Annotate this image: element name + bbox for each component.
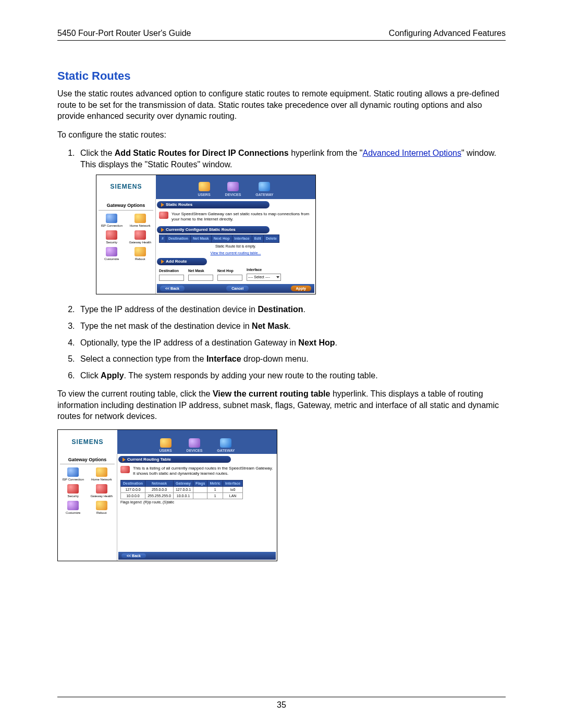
label-interface: Interface [247, 267, 281, 272]
routing-table-desc: This is a listing of all currently mappe… [133, 466, 274, 476]
sidebar: Gateway Options ISP Connection Home Netw… [96, 199, 156, 294]
col-mask: Net Mask [191, 235, 212, 242]
sidebar-item-home[interactable]: Home Network [89, 467, 115, 481]
arrow-icon [161, 203, 164, 207]
configured-routes-table: # Destination Net Mask Next Hop Interfac… [159, 235, 279, 242]
back-button[interactable]: << Back [121, 553, 146, 558]
nav-devices[interactable]: DEVICES [187, 438, 203, 452]
apply-button[interactable]: Apply [291, 286, 311, 291]
col-iface: Interface [223, 480, 243, 487]
col-edit: Edit [252, 235, 263, 242]
customize-icon [67, 501, 79, 510]
step-3: Type the net mask of the destination dev… [77, 320, 506, 332]
users-icon [160, 438, 172, 448]
sidebar-item-security[interactable]: Security [60, 484, 87, 498]
customize-icon [106, 247, 117, 256]
isp-icon [67, 467, 79, 477]
reboot-icon [134, 247, 146, 256]
sidebar-item-home[interactable]: Home Network [127, 214, 154, 227]
sidebar-item-isp[interactable]: ISP Connection [60, 467, 87, 481]
sidebar-title: Gateway Options [99, 202, 153, 211]
col-gateway: Gateway [173, 480, 193, 487]
routing-table-header: Current Routing Table [118, 456, 231, 463]
step-1: Click the Add Static Routes for Direct I… [77, 147, 506, 294]
desc-icon [159, 212, 168, 219]
netmask-input[interactable] [188, 275, 213, 281]
users-icon [199, 182, 210, 191]
step-2: Type the IP address of the destination d… [77, 304, 506, 315]
nav-gateway[interactable]: GATEWAY [217, 438, 235, 452]
table-row: 10.0.0.0 255.255.255.0 10.0.0.1 1 LAN [121, 493, 243, 499]
cancel-button[interactable]: Cancel [226, 286, 249, 291]
sidebar: Gateway Options ISP Connection Home Netw… [58, 454, 117, 561]
chevron-down-icon [276, 276, 279, 278]
sidebar-item-isp[interactable]: ISP Connection [99, 214, 125, 227]
col-mask: Netmask [145, 480, 174, 487]
sidebar-item-customize[interactable]: Customize [99, 247, 125, 261]
security-icon [67, 484, 79, 493]
col-num: # [160, 235, 166, 242]
gateway-icon [259, 182, 270, 191]
view-routing-para: To view the current routing table, click… [57, 388, 506, 422]
nav-users[interactable]: USERS [159, 438, 172, 452]
home-icon [96, 467, 107, 477]
section-title: Static Routes [57, 69, 506, 83]
isp-icon [106, 214, 117, 223]
nav-devices[interactable]: DEVICES [225, 182, 241, 197]
col-hop: Next Hop [211, 235, 232, 242]
label-nexthop: Next Hop [217, 268, 242, 273]
table-row: 127.0.0.0 255.0.0.0 127.0.0.1 1 lo0 [121, 487, 243, 493]
header-divider [57, 40, 506, 41]
sidebar-item-health[interactable]: Gateway Health [89, 484, 115, 498]
security-icon [106, 230, 117, 240]
step-6: Click Apply. The system responds by addi… [77, 370, 506, 381]
sidebar-item-reboot[interactable]: Reboot [127, 247, 154, 261]
arrow-icon [161, 228, 164, 232]
back-button[interactable]: << Back [160, 286, 185, 291]
interface-select[interactable]: ---- Select ---- [247, 274, 281, 281]
static-routes-desc: Your SpeedStream Gateway can set static … [172, 212, 312, 221]
devices-icon [189, 438, 200, 448]
routing-table-screenshot: SIEMENS USERS DEVICES GATEWAY Gateway Op… [57, 429, 277, 561]
page-footer: 35 [57, 697, 506, 710]
col-dest: Destination [166, 235, 190, 242]
header-left: 5450 Four-Port Router User's Guide [57, 29, 191, 38]
col-dest: Destination [121, 480, 145, 487]
desc-icon [120, 466, 130, 473]
sidebar-item-customize[interactable]: Customize [60, 501, 87, 514]
page-number: 35 [277, 700, 286, 709]
home-icon [134, 214, 146, 223]
health-icon [96, 484, 107, 493]
arrow-icon [161, 260, 164, 264]
configured-routes-header: Currently Configured Static Routes [157, 226, 270, 234]
step-5: Select a connection type from the Interf… [77, 353, 506, 365]
sidebar-title: Gateway Options [60, 457, 115, 464]
label-netmask: Net Mask [188, 268, 213, 273]
health-icon [134, 230, 146, 240]
col-iface: Interface [232, 235, 252, 242]
sidebar-item-reboot[interactable]: Reboot [89, 501, 115, 514]
brand-logo: SIEMENS [58, 430, 117, 454]
header-right: Configuring Advanced Features [389, 29, 506, 38]
label-destination: Destination [159, 268, 184, 273]
advanced-internet-options-link[interactable]: Advanced Internet Options [363, 149, 461, 157]
flags-legend: Flags legend: (R)ip route, (S)tatic [118, 499, 276, 505]
destination-input[interactable] [159, 275, 184, 281]
arrow-icon [123, 458, 126, 462]
col-flags: Flags [193, 480, 207, 487]
steps-list: Click the Add Static Routes for Direct I… [57, 147, 506, 381]
gateway-icon [220, 438, 231, 448]
nexthop-input[interactable] [217, 275, 242, 281]
empty-note: Static Route list is empty. [157, 243, 314, 251]
add-route-header: Add Route [157, 258, 207, 266]
page-header: 5450 Four-Port Router User's Guide Confi… [57, 29, 506, 38]
view-routing-table-link[interactable]: View the current routing table... [157, 251, 314, 255]
sidebar-item-health[interactable]: Gateway Health [127, 230, 154, 244]
nav-gateway[interactable]: GATEWAY [255, 182, 273, 197]
sidebar-item-security[interactable]: Security [99, 230, 125, 244]
step-4: Optionally, type the IP address of a des… [77, 337, 506, 349]
brand-logo: SIEMENS [96, 175, 156, 199]
col-metric: Metric [207, 480, 223, 487]
nav-users[interactable]: USERS [198, 182, 210, 197]
devices-icon [227, 182, 239, 191]
